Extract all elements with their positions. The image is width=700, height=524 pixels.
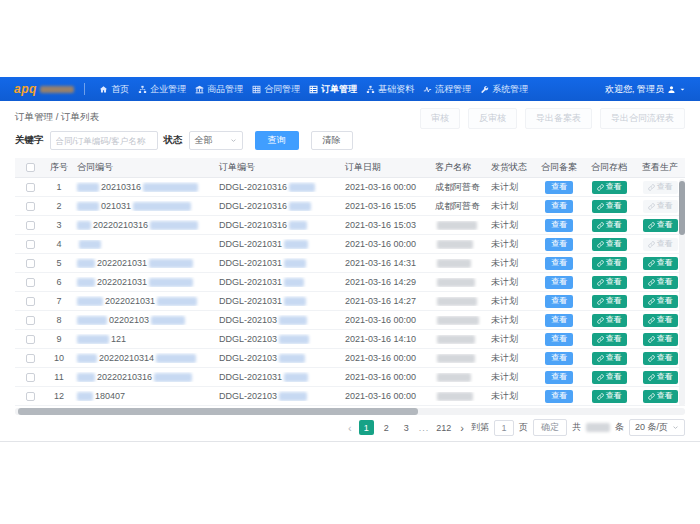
row-checkbox[interactable] xyxy=(26,278,35,287)
prev-page-button[interactable]: ‹ xyxy=(346,422,354,434)
view-contract-archive-button[interactable]: 查看 xyxy=(592,371,627,384)
nav-item-home[interactable]: 首页 xyxy=(99,83,129,96)
nav-item-contracts[interactable]: 合同管理 xyxy=(252,83,300,96)
contract-no-cell: 2022021031 xyxy=(73,296,215,306)
view-contract-archive-button[interactable]: 查看 xyxy=(592,295,627,308)
order-no-cell: DDGL-2021031 xyxy=(215,258,341,268)
row-checkbox[interactable] xyxy=(26,335,35,344)
row-checkbox[interactable] xyxy=(26,316,35,325)
view-contract-archive-button[interactable]: 查看 xyxy=(592,352,627,365)
search-button[interactable]: 查询 xyxy=(255,131,299,150)
nav-item-basic-data[interactable]: 基础资料 xyxy=(366,83,414,96)
view-production-button[interactable]: 查看 xyxy=(643,276,678,289)
audit-button[interactable]: 审核 xyxy=(420,108,460,129)
vertical-scrollbar-thumb[interactable] xyxy=(679,181,685,235)
contract-no-cell: 20210316 xyxy=(73,182,215,192)
clear-button[interactable]: 清除 xyxy=(311,131,353,150)
horizontal-scrollbar-thumb[interactable] xyxy=(18,408,418,415)
nav-item-workflow[interactable]: 流程管理 xyxy=(423,83,471,96)
next-page-button[interactable]: › xyxy=(458,422,466,434)
order-no-text: DDGL-202103 xyxy=(219,391,277,401)
nav-item-enterprise[interactable]: 企业管理 xyxy=(138,83,186,96)
link-icon xyxy=(597,279,604,286)
order-redacted-suffix xyxy=(284,259,306,268)
page-button-2[interactable]: 2 xyxy=(379,420,394,435)
store-icon xyxy=(195,85,204,94)
table-header-row: 序号 合同编号 订单编号 订单日期 客户名称 发货状态 合同备案 合同存档 查看… xyxy=(15,158,685,178)
contract-redacted-prefix xyxy=(77,297,103,306)
contract-no-text: 20220210316 xyxy=(93,220,148,230)
view-production-button[interactable]: 查看 xyxy=(643,200,678,213)
table-row: 6 2022021031 DDGL-2021031 2021-03-16 14:… xyxy=(15,273,685,292)
order-redacted-suffix xyxy=(279,316,307,325)
view-contract-archive-button[interactable]: 查看 xyxy=(592,390,627,403)
view-production-button[interactable]: 查看 xyxy=(643,295,678,308)
row-checkbox[interactable] xyxy=(26,183,35,192)
contract-redacted-prefix xyxy=(77,373,95,382)
view-production-button[interactable]: 查看 xyxy=(643,314,678,327)
contract-no-cell: 20220210314 xyxy=(73,353,215,363)
view-contract-archive-button[interactable]: 查看 xyxy=(592,219,627,232)
keyword-input[interactable] xyxy=(50,131,158,150)
link-icon xyxy=(648,374,655,381)
view-contract-record-button[interactable]: 查看 xyxy=(545,181,573,194)
view-contract-archive-button[interactable]: 查看 xyxy=(592,276,627,289)
view-production-button[interactable]: 查看 xyxy=(643,219,678,232)
view-contract-record-button[interactable]: 查看 xyxy=(545,314,573,327)
view-contract-record-button[interactable]: 查看 xyxy=(545,390,573,403)
view-contract-record-button[interactable]: 查看 xyxy=(545,352,573,365)
nav-item-products[interactable]: 商品管理 xyxy=(195,83,243,96)
row-checkbox[interactable] xyxy=(26,202,35,211)
confirm-page-button[interactable]: 确定 xyxy=(533,419,567,436)
view-production-button[interactable]: 查看 xyxy=(643,352,678,365)
nav-item-orders[interactable]: 订单管理 xyxy=(309,83,357,96)
user-icon xyxy=(667,85,676,94)
view-production-button[interactable]: 查看 xyxy=(643,257,678,270)
view-contract-archive-button[interactable]: 查看 xyxy=(592,238,627,251)
view-contract-record-button[interactable]: 查看 xyxy=(545,333,573,346)
view-contract-record-button[interactable]: 查看 xyxy=(545,295,573,308)
row-checkbox[interactable] xyxy=(26,297,35,306)
view-contract-record-button[interactable]: 查看 xyxy=(545,257,573,270)
view-contract-archive-button[interactable]: 查看 xyxy=(592,200,627,213)
view-contract-record-button[interactable]: 查看 xyxy=(545,219,573,232)
export-contract-flow-button[interactable]: 导出合同流程表 xyxy=(600,108,685,129)
page-button-last[interactable]: 212 xyxy=(434,420,453,435)
customer-redacted xyxy=(437,392,473,401)
row-seq: 11 xyxy=(45,372,73,382)
status-select[interactable]: 全部 xyxy=(189,131,243,150)
view-contract-archive-button[interactable]: 查看 xyxy=(592,333,627,346)
row-checkbox[interactable] xyxy=(26,259,35,268)
row-checkbox[interactable] xyxy=(26,354,35,363)
user-menu[interactable]: 欢迎您, 管理员 xyxy=(605,83,686,96)
view-contract-record-button[interactable]: 查看 xyxy=(545,200,573,213)
order-no-cell: DDGL-2021031 xyxy=(215,277,341,287)
nav-item-system[interactable]: 系统管理 xyxy=(480,83,528,96)
view-production-button[interactable]: 查看 xyxy=(643,238,678,251)
page-button-1[interactable]: 1 xyxy=(359,420,374,435)
row-checkbox[interactable] xyxy=(26,221,35,230)
row-checkbox[interactable] xyxy=(26,392,35,401)
view-contract-archive-button[interactable]: 查看 xyxy=(592,257,627,270)
page-button-3[interactable]: 3 xyxy=(399,420,414,435)
link-icon xyxy=(597,298,604,305)
view-contract-record-button[interactable]: 查看 xyxy=(545,371,573,384)
view-production-button[interactable]: 查看 xyxy=(643,333,678,346)
select-all-checkbox[interactable] xyxy=(26,163,35,172)
contract-redacted-suffix xyxy=(154,373,192,382)
order-date: 2021-03-16 00:00 xyxy=(341,391,431,401)
page-size-select[interactable]: 20 条/页 xyxy=(629,419,685,436)
view-contract-archive-button[interactable]: 查看 xyxy=(592,181,627,194)
view-contract-archive-button[interactable]: 查看 xyxy=(592,314,627,327)
view-production-button[interactable]: 查看 xyxy=(643,181,678,194)
row-checkbox[interactable] xyxy=(26,373,35,382)
export-record-button[interactable]: 导出备案表 xyxy=(525,108,592,129)
goto-page-input[interactable] xyxy=(494,420,514,436)
view-contract-record-button[interactable]: 查看 xyxy=(545,276,573,289)
unaudit-button[interactable]: 反审核 xyxy=(468,108,517,129)
row-checkbox[interactable] xyxy=(26,240,35,249)
header-contract-no: 合同编号 xyxy=(73,161,215,174)
view-production-button[interactable]: 查看 xyxy=(643,390,678,403)
view-production-button[interactable]: 查看 xyxy=(643,371,678,384)
view-contract-record-button[interactable]: 查看 xyxy=(545,238,573,251)
